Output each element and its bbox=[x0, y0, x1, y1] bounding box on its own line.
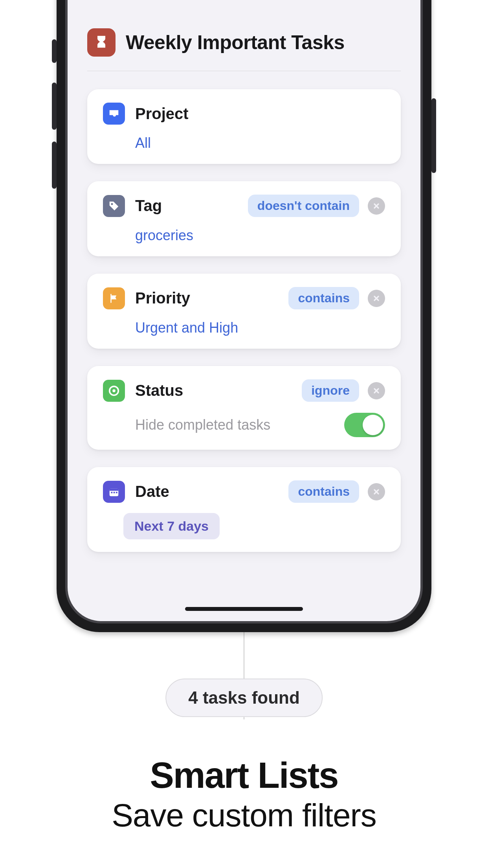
filter-title: Priority bbox=[135, 289, 288, 307]
smart-list-editor: Weekly Important Tasks Project All bbox=[68, 0, 420, 552]
filter-title: Date bbox=[135, 483, 288, 500]
close-icon bbox=[372, 202, 380, 210]
svg-point-0 bbox=[111, 203, 113, 205]
inbox-icon bbox=[103, 103, 125, 125]
svg-point-2 bbox=[112, 389, 116, 392]
marketing-subtitle: Save custom filters bbox=[0, 797, 488, 834]
hide-completed-toggle[interactable] bbox=[344, 413, 385, 437]
phone-inner-frame: Weekly Important Tasks Project All bbox=[65, 0, 423, 623]
phone-frame: Weekly Important Tasks Project All bbox=[57, 0, 431, 632]
condition-pill[interactable]: contains bbox=[288, 480, 359, 503]
svg-rect-5 bbox=[111, 492, 113, 493]
filter-card-project[interactable]: Project All bbox=[87, 89, 401, 164]
filter-title: Status bbox=[135, 382, 302, 399]
remove-filter-button[interactable] bbox=[368, 382, 385, 399]
remove-filter-button[interactable] bbox=[368, 483, 385, 500]
close-icon bbox=[372, 387, 380, 395]
filter-value[interactable]: groceries bbox=[135, 227, 385, 244]
header: Weekly Important Tasks bbox=[87, 19, 401, 71]
remove-filter-button[interactable] bbox=[368, 290, 385, 307]
hide-completed-label: Hide completed tasks bbox=[135, 417, 344, 433]
close-icon bbox=[372, 294, 380, 302]
tag-icon bbox=[103, 195, 125, 217]
list-title[interactable]: Weekly Important Tasks bbox=[126, 31, 345, 54]
phone-screen: Weekly Important Tasks Project All bbox=[68, 0, 420, 621]
phone-power-button bbox=[431, 98, 436, 173]
svg-rect-7 bbox=[116, 492, 117, 493]
phone-side-button bbox=[52, 39, 57, 63]
filter-card-date[interactable]: Date contains Next 7 days bbox=[87, 467, 401, 552]
date-range-chip[interactable]: Next 7 days bbox=[123, 513, 220, 539]
filter-card-status[interactable]: Status ignore Hide completed tasks bbox=[87, 366, 401, 450]
filter-title: Project bbox=[135, 105, 385, 123]
condition-pill[interactable]: contains bbox=[288, 287, 359, 309]
phone-volume-down bbox=[52, 142, 57, 189]
home-indicator[interactable] bbox=[185, 607, 303, 611]
flag-icon bbox=[103, 287, 125, 309]
condition-pill[interactable]: ignore bbox=[302, 379, 359, 402]
svg-rect-6 bbox=[114, 492, 115, 493]
filter-card-priority[interactable]: Priority contains Urgent and High bbox=[87, 274, 401, 349]
hourglass-icon bbox=[87, 28, 116, 57]
marketing-caption: Smart Lists Save custom filters bbox=[0, 755, 488, 834]
results-count-badge: 4 tasks found bbox=[165, 679, 323, 717]
condition-pill[interactable]: doesn't contain bbox=[248, 195, 359, 217]
filter-card-tag[interactable]: Tag doesn't contain groceries bbox=[87, 181, 401, 256]
svg-rect-4 bbox=[110, 488, 119, 491]
phone-volume-up bbox=[52, 83, 57, 130]
target-icon bbox=[103, 380, 125, 402]
close-icon bbox=[372, 488, 380, 496]
marketing-title: Smart Lists bbox=[0, 755, 488, 796]
calendar-icon bbox=[103, 481, 125, 503]
filter-value[interactable]: All bbox=[135, 135, 385, 151]
filter-title: Tag bbox=[135, 197, 248, 215]
remove-filter-button[interactable] bbox=[368, 197, 385, 215]
filter-value[interactable]: Urgent and High bbox=[135, 320, 385, 336]
